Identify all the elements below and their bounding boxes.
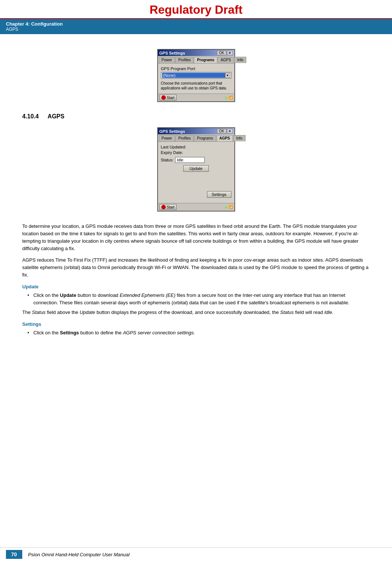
dialog1-tab-info[interactable]: Info bbox=[234, 57, 247, 63]
dialog2-title-buttons: OK × bbox=[217, 129, 233, 134]
dialog1-body: GPS Program Port: (None) ▼ Choose the co… bbox=[158, 63, 234, 94]
bullet-update-prefix: Click on the Update button to download E… bbox=[33, 292, 349, 305]
dialog2-expiry-label: Expiry Date: bbox=[161, 150, 191, 155]
body-para-status: The Status field above the Update button… bbox=[22, 309, 370, 316]
page-title: Regulatory Draft bbox=[0, 3, 392, 17]
dialog1-statusbar: Start 🔋 📶 bbox=[158, 94, 234, 101]
dialog1-tab-agps[interactable]: AGPS bbox=[218, 57, 234, 63]
dialog1-title: GPS Settings bbox=[159, 51, 185, 55]
start-icon bbox=[161, 95, 166, 100]
page-number: 70 bbox=[6, 550, 22, 559]
dialog1-container: GPS Settings OK × Power Profiles Program… bbox=[22, 49, 370, 102]
status-icon-1: 🔋 bbox=[224, 96, 228, 99]
page-header: Regulatory Draft bbox=[0, 0, 392, 19]
dialog2-tabs: Power Profiles Programs AGPS Info bbox=[158, 134, 234, 142]
dialog2-close-button[interactable]: × bbox=[227, 129, 233, 134]
dialog2-tab-info[interactable]: Info bbox=[233, 135, 246, 141]
dialog2-tab-power[interactable]: Power bbox=[159, 135, 175, 141]
dialog1-dropdown-value: (None) bbox=[162, 73, 225, 78]
dialog1-ok-button[interactable]: OK bbox=[217, 50, 226, 55]
subheading-settings: Settings bbox=[22, 321, 370, 327]
dialog1-description: Choose the communications port that appl… bbox=[161, 81, 231, 91]
dialog2-ok-button[interactable]: OK bbox=[217, 129, 226, 134]
dialog2-status-icons: 🔋 📶 bbox=[224, 205, 233, 209]
dialog2-start-label: Start bbox=[167, 205, 175, 209]
dialog2-status-input[interactable] bbox=[175, 157, 205, 163]
gps-dialog-1: GPS Settings OK × Power Profiles Program… bbox=[157, 49, 235, 102]
dialog2-tab-agps[interactable]: AGPS bbox=[217, 135, 233, 141]
dialog2-body: Last Updated: Expiry Date: Status: Updat… bbox=[158, 142, 234, 203]
dialog1-start-button[interactable]: Start bbox=[159, 95, 177, 101]
dialog2-last-updated-label: Last Updated: bbox=[161, 145, 191, 149]
bullet-update: Click on the Update button to download E… bbox=[33, 292, 370, 307]
dialog1-dropdown[interactable]: (None) ▼ bbox=[161, 72, 231, 79]
dialog1-dropdown-arrow-icon[interactable]: ▼ bbox=[225, 73, 230, 78]
start-icon-2 bbox=[161, 205, 166, 209]
main-content: GPS Settings OK × Power Profiles Program… bbox=[0, 34, 392, 350]
section-heading: 4.10.4 AGPS bbox=[22, 113, 370, 120]
status-icon-2: 📶 bbox=[229, 96, 233, 99]
dialog1-field-label: GPS Program Port: bbox=[161, 66, 231, 71]
dialog1-titlebar: GPS Settings OK × bbox=[158, 50, 234, 56]
dialog2-last-updated-row: Last Updated: bbox=[161, 145, 231, 149]
chapter-subtitle: AGPS bbox=[6, 27, 386, 32]
body-para2: AGPS reduces Time To First Fix (TTFF) an… bbox=[22, 256, 370, 279]
footer-text: Psion Omnii Hand-Held Computer User Manu… bbox=[28, 552, 130, 557]
dialog2-titlebar: GPS Settings OK × bbox=[158, 128, 234, 134]
dialog2-expiry-row: Expiry Date: bbox=[161, 150, 231, 155]
dialog2-status-row: Status: bbox=[161, 157, 231, 163]
status-icon-3: 🔋 bbox=[224, 205, 228, 209]
bullet-settings-text: Click on the Settings button to define t… bbox=[33, 330, 195, 335]
dialog1-status-icons: 🔋 📶 bbox=[224, 96, 233, 99]
gps-dialog-2: GPS Settings OK × Power Profiles Program… bbox=[157, 127, 235, 212]
bullet-settings: Click on the Settings button to define t… bbox=[33, 329, 370, 337]
dialog2-tab-profiles[interactable]: Profiles bbox=[175, 135, 194, 141]
dialog1-tab-power[interactable]: Power bbox=[159, 57, 175, 63]
dialog2-tab-programs[interactable]: Programs bbox=[194, 135, 216, 141]
dialog1-tab-programs[interactable]: Programs bbox=[194, 57, 217, 63]
body-para1: To determine your location, a GPS module… bbox=[22, 223, 370, 253]
chapter-bar: Chapter 4: Configuration AGPS bbox=[0, 19, 392, 34]
status-icon-4: 📶 bbox=[229, 205, 233, 209]
dialog2-start-button[interactable]: Start bbox=[159, 204, 177, 210]
dialog2-status-label: Status: bbox=[161, 158, 174, 162]
chapter-title: Chapter 4: Configuration bbox=[6, 21, 386, 27]
subheading-update: Update bbox=[22, 284, 370, 289]
section-title: AGPS bbox=[47, 113, 64, 119]
dialog2-container: GPS Settings OK × Power Profiles Program… bbox=[22, 127, 370, 212]
dialog1-tab-profiles[interactable]: Profiles bbox=[175, 57, 194, 63]
section-number: 4.10.4 bbox=[22, 113, 39, 119]
dialog1-close-button[interactable]: × bbox=[227, 50, 233, 55]
dialog2-update-button[interactable]: Update bbox=[183, 165, 209, 172]
dialog1-start-label: Start bbox=[167, 96, 175, 100]
dialog2-statusbar: Start 🔋 📶 bbox=[158, 203, 234, 211]
dialog2-settings-button[interactable]: Settings bbox=[207, 191, 231, 198]
page-footer: 70 Psion Omnii Hand-Held Computer User M… bbox=[0, 547, 392, 561]
dialog1-title-buttons: OK × bbox=[217, 50, 233, 55]
dialog1-tabs: Power Profiles Programs AGPS Info bbox=[158, 56, 234, 63]
dialog2-title: GPS Settings bbox=[159, 129, 185, 134]
